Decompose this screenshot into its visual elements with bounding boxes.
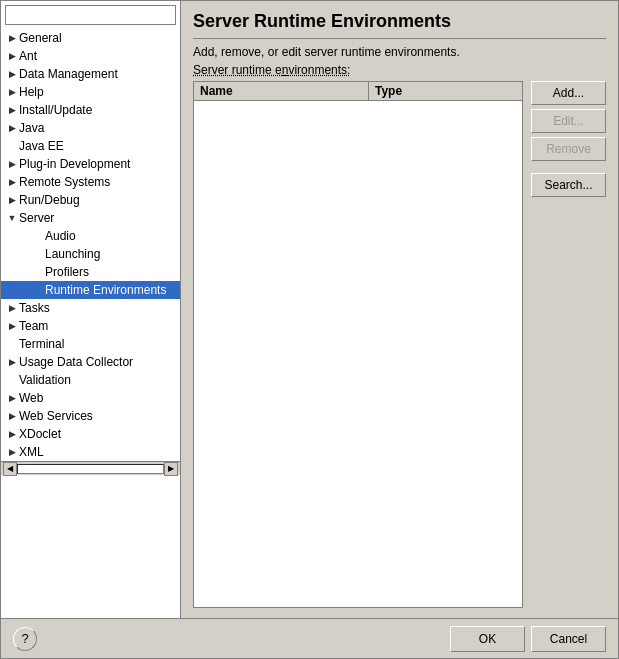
sidebar-label-java-ee: Java EE [19, 139, 180, 153]
help-button[interactable]: ? [13, 627, 37, 651]
sidebar-label-profilers: Profilers [45, 265, 180, 279]
sidebar-item-java[interactable]: ▶Java [1, 119, 180, 137]
sidebar-label-run-debug: Run/Debug [19, 193, 180, 207]
sidebar-item-java-ee[interactable]: Java EE [1, 137, 180, 155]
ok-button[interactable]: OK [450, 626, 525, 652]
sidebar-label-remote-systems: Remote Systems [19, 175, 180, 189]
sidebar-item-tasks[interactable]: ▶Tasks [1, 299, 180, 317]
dialog-content: ▶General▶Ant▶Data Management▶Help▶Instal… [1, 1, 618, 618]
panel-description: Add, remove, or edit server runtime envi… [193, 45, 606, 59]
sidebar-item-help[interactable]: ▶Help [1, 83, 180, 101]
sidebar-label-java: Java [19, 121, 180, 135]
sidebar-item-usage-data-collector[interactable]: ▶Usage Data Collector [1, 353, 180, 371]
sidebar-label-terminal: Terminal [19, 337, 180, 351]
arrow-icon-general: ▶ [5, 33, 19, 43]
arrow-icon-usage-data-collector: ▶ [5, 357, 19, 367]
sidebar-item-server[interactable]: ▼Server [1, 209, 180, 227]
arrow-icon-help: ▶ [5, 87, 19, 97]
table-body [194, 101, 522, 607]
arrow-icon-web: ▶ [5, 393, 19, 403]
sidebar-label-install-update: Install/Update [19, 103, 180, 117]
arrow-icon-team: ▶ [5, 321, 19, 331]
sidebar-label-server: Server [19, 211, 180, 225]
sidebar-label-runtime-environments: Runtime Environments [45, 283, 180, 297]
scrollbar-left-btn[interactable]: ◀ [3, 462, 17, 476]
sidebar-scrollbar: ◀ ▶ [1, 461, 180, 475]
sidebar-label-audio: Audio [45, 229, 180, 243]
arrow-icon-xml: ▶ [5, 447, 19, 457]
bottom-bar: ? OK Cancel [1, 618, 618, 658]
sidebar-item-runtime-environments[interactable]: Runtime Environments [1, 281, 180, 299]
panel-table-label: Server runtime environments: [193, 63, 606, 77]
sidebar-label-tasks: Tasks [19, 301, 180, 315]
sidebar-item-ant[interactable]: ▶Ant [1, 47, 180, 65]
edit-button[interactable]: Edit... [531, 109, 606, 133]
arrow-icon-data-management: ▶ [5, 69, 19, 79]
col-name-header: Name [194, 82, 369, 100]
sidebar-item-web[interactable]: ▶Web [1, 389, 180, 407]
side-buttons: Add... Edit... Remove Search... [531, 81, 606, 608]
arrow-icon-plugin-development: ▶ [5, 159, 19, 169]
sidebar-label-web-services: Web Services [19, 409, 180, 423]
sidebar-item-launching[interactable]: Launching [1, 245, 180, 263]
table-header: Name Type [194, 82, 522, 101]
sidebar: ▶General▶Ant▶Data Management▶Help▶Instal… [1, 1, 181, 618]
sidebar-label-team: Team [19, 319, 180, 333]
tree-container: ▶General▶Ant▶Data Management▶Help▶Instal… [1, 29, 180, 461]
sidebar-item-plugin-development[interactable]: ▶Plug-in Development [1, 155, 180, 173]
arrow-icon-install-update: ▶ [5, 105, 19, 115]
sidebar-search-input[interactable] [5, 5, 176, 25]
sidebar-label-general: General [19, 31, 180, 45]
ok-cancel-buttons: OK Cancel [450, 626, 606, 652]
sidebar-label-web: Web [19, 391, 180, 405]
sidebar-item-profilers[interactable]: Profilers [1, 263, 180, 281]
arrow-icon-ant: ▶ [5, 51, 19, 61]
sidebar-label-launching: Launching [45, 247, 180, 261]
col-type-header: Type [369, 82, 522, 100]
add-button[interactable]: Add... [531, 81, 606, 105]
sidebar-item-install-update[interactable]: ▶Install/Update [1, 101, 180, 119]
preferences-dialog: ▶General▶Ant▶Data Management▶Help▶Instal… [0, 0, 619, 659]
arrow-icon-remote-systems: ▶ [5, 177, 19, 187]
scrollbar-right-btn[interactable]: ▶ [164, 462, 178, 476]
sidebar-label-xdoclet: XDoclet [19, 427, 180, 441]
sidebar-label-xml: XML [19, 445, 180, 459]
sidebar-item-validation[interactable]: Validation [1, 371, 180, 389]
sidebar-label-data-management: Data Management [19, 67, 180, 81]
sidebar-item-run-debug[interactable]: ▶Run/Debug [1, 191, 180, 209]
main-panel: Server Runtime Environments Add, remove,… [181, 1, 618, 618]
sidebar-item-terminal[interactable]: Terminal [1, 335, 180, 353]
panel-title: Server Runtime Environments [193, 11, 606, 39]
sidebar-label-help: Help [19, 85, 180, 99]
arrow-icon-xdoclet: ▶ [5, 429, 19, 439]
arrow-icon-java: ▶ [5, 123, 19, 133]
scrollbar-track[interactable] [17, 464, 164, 474]
sidebar-item-team[interactable]: ▶Team [1, 317, 180, 335]
sidebar-label-usage-data-collector: Usage Data Collector [19, 355, 180, 369]
arrow-icon-run-debug: ▶ [5, 195, 19, 205]
sidebar-item-xdoclet[interactable]: ▶XDoclet [1, 425, 180, 443]
remove-button[interactable]: Remove [531, 137, 606, 161]
runtime-table: Name Type [193, 81, 523, 608]
sidebar-item-web-services[interactable]: ▶Web Services [1, 407, 180, 425]
table-buttons-row: Name Type Add... Edit... Remove Search..… [193, 81, 606, 608]
sidebar-item-general[interactable]: ▶General [1, 29, 180, 47]
cancel-button[interactable]: Cancel [531, 626, 606, 652]
arrow-icon-web-services: ▶ [5, 411, 19, 421]
sidebar-search-container [1, 1, 180, 29]
sidebar-item-xml[interactable]: ▶XML [1, 443, 180, 461]
sidebar-label-plugin-development: Plug-in Development [19, 157, 180, 171]
sidebar-item-data-management[interactable]: ▶Data Management [1, 65, 180, 83]
sidebar-item-remote-systems[interactable]: ▶Remote Systems [1, 173, 180, 191]
search-button[interactable]: Search... [531, 173, 606, 197]
sidebar-label-validation: Validation [19, 373, 180, 387]
sidebar-label-ant: Ant [19, 49, 180, 63]
sidebar-item-audio[interactable]: Audio [1, 227, 180, 245]
arrow-icon-server: ▼ [5, 213, 19, 223]
arrow-icon-tasks: ▶ [5, 303, 19, 313]
